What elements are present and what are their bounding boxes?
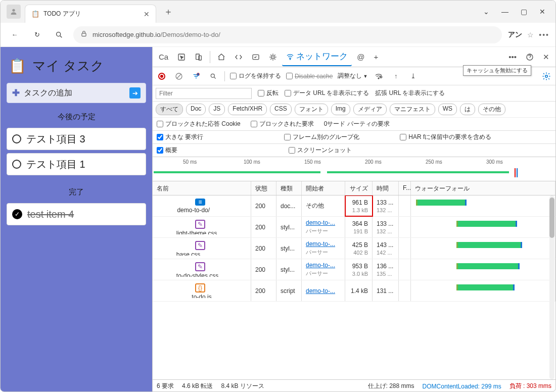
type-filter-は[interactable]: は (460, 104, 475, 115)
group-by-frame-checkbox[interactable]: フレーム別のグループ化 (284, 133, 359, 141)
close-tab-icon[interactable]: ✕ (144, 10, 150, 18)
disable-cache-checkbox[interactable]: Disable cache (286, 73, 333, 80)
unchecked-icon[interactable] (12, 134, 21, 143)
blocked-requests-checkbox[interactable]: ブロックされた要求 (251, 120, 314, 128)
task-item-done[interactable]: ✓test item 4 (7, 203, 146, 225)
tab-at[interactable]: @ (353, 50, 368, 64)
upload-icon[interactable]: ↑ (390, 70, 402, 82)
task-name: テスト項目 3 (26, 132, 85, 146)
col-f[interactable]: F... (399, 181, 411, 195)
more-tools-icon[interactable]: ••• (504, 50, 521, 64)
request-row[interactable]: ≡demo-to-do//Demos/demo-to-do200doc...その… (153, 195, 555, 217)
filter-input[interactable] (156, 88, 252, 99)
type-filter-WS[interactable]: WS (438, 104, 457, 115)
request-row[interactable]: ✎to-do-styles.css/Demos/demo-to-d...200s… (153, 259, 555, 280)
cell-initiator: demo-to-...パーサー (302, 217, 345, 237)
chevron-down-icon[interactable]: ⌄ (483, 8, 489, 16)
timeline-overview[interactable]: 50 ms100 ms150 ms200 ms250 ms300 ms (153, 157, 555, 181)
type-filter-メディア[interactable]: メディア (353, 104, 387, 115)
include-har-checkbox[interactable]: HAR fに保留中の要求を含める (400, 133, 491, 141)
profile-avatar[interactable] (7, 5, 21, 19)
type-filter-Doc[interactable]: Doc (186, 104, 206, 115)
tab-debug-icon[interactable] (265, 50, 281, 64)
col-type[interactable]: 種類 (276, 181, 302, 195)
ruler-tick: 200 ms (365, 159, 382, 165)
cell-status: 200 (251, 259, 276, 280)
favorite-icon[interactable]: ☆ (527, 31, 534, 39)
profile-label[interactable]: アン (508, 30, 522, 39)
col-name[interactable]: 名前 (153, 181, 251, 195)
inspect-icon[interactable] (173, 50, 190, 64)
clipboard-icon: 📋 (9, 58, 26, 74)
overview-checkbox[interactable]: 概要 (157, 146, 177, 155)
search-icon[interactable] (207, 70, 219, 82)
cell-size: 425 B402 B (345, 238, 373, 259)
tab-plus[interactable]: + (369, 50, 382, 64)
cell-type: styl... (276, 238, 302, 259)
tab-console-icon[interactable] (230, 50, 247, 64)
type-filter-すべて[interactable]: すべて (156, 104, 183, 115)
task-item[interactable]: テスト項目 1 (7, 153, 146, 175)
clear-button[interactable] (173, 70, 185, 82)
type-filter-マニフェスト[interactable]: マニフェスト (390, 104, 435, 115)
hide-data-urls-checkbox[interactable]: データ URL を非表示にする (285, 89, 369, 97)
maximize-button[interactable]: ▢ (521, 8, 527, 16)
invert-checkbox[interactable]: 反転 (258, 89, 279, 97)
request-row[interactable]: ✎base.css/Demos/demo-to-d...200styl...de… (153, 238, 555, 259)
throttling-select[interactable]: 調整なし ▼ (338, 72, 367, 80)
blocked-cookies-checkbox[interactable]: ブロックされた応答 Cookie (157, 120, 241, 128)
type-filter-Fetch/XHR[interactable]: Fetch/XHR (228, 104, 267, 115)
device-icon[interactable] (191, 50, 207, 64)
large-rows-checkbox[interactable]: 大きな 要求行 (157, 133, 203, 141)
col-size[interactable]: サイズ (345, 181, 373, 195)
close-devtools-button[interactable]: ✕ (539, 50, 553, 65)
checked-icon[interactable]: ✓ (12, 209, 22, 219)
task-item[interactable]: テスト項目 3 (7, 128, 146, 150)
record-button[interactable] (156, 70, 168, 82)
browser-tab[interactable]: 📋 TODO アプリ ✕ (25, 5, 156, 23)
tab-welcome[interactable]: Ca (155, 50, 172, 64)
type-filter-その他[interactable]: その他 (478, 104, 505, 115)
download-icon[interactable]: ⤓ (407, 70, 419, 82)
minimize-button[interactable]: — (501, 8, 508, 16)
cell-waterfall (411, 217, 555, 237)
unchecked-icon[interactable] (12, 160, 21, 169)
screenshots-checkbox[interactable]: スクリーンショット (289, 146, 352, 155)
back-button[interactable]: ← (7, 27, 23, 43)
tab-title: TODO アプリ (43, 10, 140, 18)
wifi-icon[interactable] (373, 70, 385, 82)
col-time[interactable]: 時間 (373, 181, 399, 195)
status-bar: 6 要求 4.6 kB 転送 8.4 kB リソース 仕上げ: 288 mms … (153, 379, 555, 392)
reload-button[interactable]: ↻ (29, 27, 45, 43)
preserve-log-checkbox[interactable]: ログを保持する (230, 72, 281, 80)
url-text: microsoftedge.github.io/Demos/demo-to-do… (92, 31, 495, 38)
col-waterfall[interactable]: ウォーターフォール (411, 181, 555, 195)
type-filter-CSS[interactable]: CSS (270, 104, 292, 115)
type-filter-Img[interactable]: Img (331, 104, 350, 115)
col-status[interactable]: 状態 (251, 181, 276, 195)
new-tab-button[interactable]: ＋ (160, 4, 176, 20)
ruler-tick: 150 ms (304, 159, 321, 165)
add-task-button[interactable]: ✚ タスクの追加 ➔ (7, 83, 146, 103)
request-row[interactable]: ✎light-theme.css/Demos/demo-to-d...200st… (153, 217, 555, 238)
url-field[interactable]: microsoftedge.github.io/Demos/demo-to-do… (73, 26, 502, 43)
more-menu-icon[interactable]: ••• (539, 31, 549, 39)
cell-f (399, 238, 411, 259)
help-icon[interactable] (522, 50, 538, 64)
todo-app: 📋 マイ タスク ✚ タスクの追加 ➔ 今後の予定 テスト項目 3テスト項目 1… (1, 47, 152, 392)
request-row[interactable]: {}to-do.js200scriptdemo-to-...1.4 kB131 … (153, 280, 555, 302)
type-filter-JS[interactable]: JS (209, 104, 225, 115)
filter-toggle-icon[interactable]: x (190, 70, 202, 82)
settings-gear-icon[interactable] (540, 70, 552, 82)
tab-elements-icon[interactable] (213, 50, 229, 64)
col-initiator[interactable]: 開始者 (302, 181, 345, 195)
cell-status: 200 (251, 238, 276, 259)
cell-f (399, 280, 411, 301)
cell-type: script (276, 280, 302, 301)
type-filter-フォント[interactable]: フォント (295, 104, 328, 115)
tab-network[interactable]: ネットワーク (282, 47, 352, 66)
close-window-button[interactable]: ✕ (539, 8, 545, 16)
submit-arrow-icon[interactable]: ➔ (129, 87, 141, 99)
search-icon[interactable] (51, 27, 67, 43)
tab-sources-icon[interactable] (248, 50, 264, 64)
